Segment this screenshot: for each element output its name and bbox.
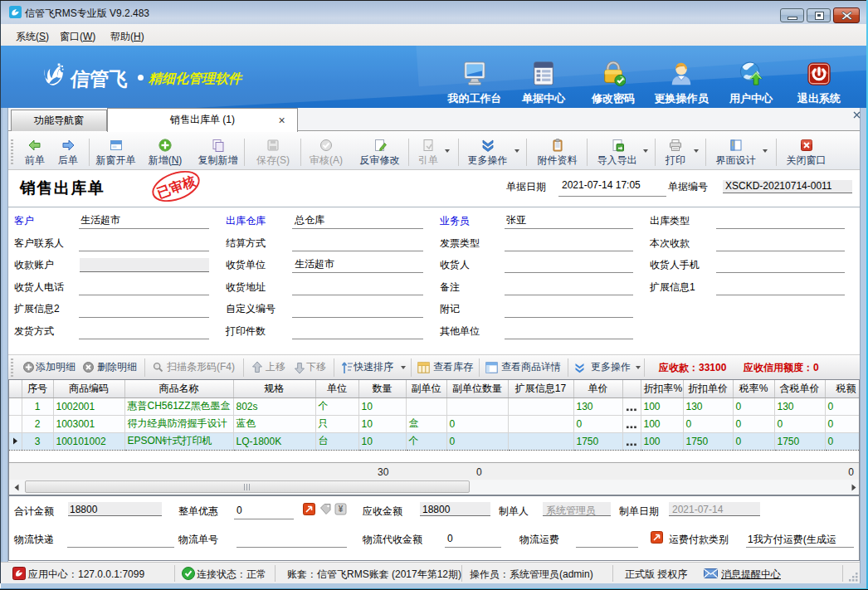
svg-text:¥: ¥	[339, 505, 344, 514]
